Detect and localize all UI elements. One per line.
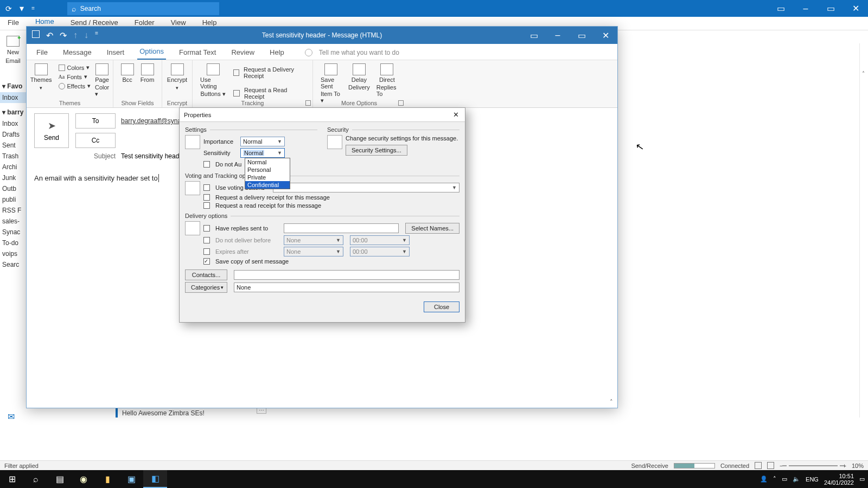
expires-date-select[interactable]: None▼ — [284, 247, 343, 256]
bcc-button[interactable]: Bcc — [118, 62, 137, 84]
main-close-button[interactable] — [843, 0, 868, 17]
new-email-button[interactable]: + New Email — [0, 30, 26, 79]
refresh-icon[interactable] — [5, 4, 12, 14]
view-normal-icon[interactable] — [755, 462, 762, 469]
no-deliver-date-select[interactable]: None▼ — [284, 235, 343, 245]
direct-replies-button[interactable]: DirectReplies To — [373, 62, 401, 98]
nav-item-sales[interactable]: sales- — [0, 216, 26, 227]
zoom-slider[interactable] — [789, 465, 838, 466]
from-button[interactable]: From — [137, 62, 158, 84]
req-delivery-checkbox[interactable] — [203, 194, 210, 201]
tab-file[interactable]: File — [34, 45, 50, 60]
expires-after-checkbox[interactable] — [203, 248, 210, 255]
nav-item-drafts[interactable]: Drafts — [0, 129, 26, 140]
nav-item-outbox[interactable]: Outb — [0, 183, 26, 194]
message-list-snippet[interactable]: Hello Awesome Zimbra SEs! ⋯ — [116, 409, 205, 417]
ribbon-display-icon[interactable]: ▭ — [768, 0, 793, 17]
tracking-launcher-icon[interactable] — [305, 100, 311, 106]
start-button[interactable]: ⊞ — [0, 470, 24, 488]
themes-fonts[interactable]: AaFonts ▾ — [58, 73, 92, 81]
nav-item-inbox-fav[interactable]: Inbox — [0, 92, 26, 103]
taskbar-search-icon[interactable]: ⌕ — [24, 470, 48, 488]
compose-close-button[interactable] — [593, 27, 617, 44]
qat-equals-icon[interactable]: = — [31, 5, 35, 11]
qat-customize-icon[interactable]: = — [95, 30, 98, 41]
properties-titlebar[interactable]: Properties ✕ — [180, 108, 465, 122]
tray-notifications-icon[interactable]: ▭ — [859, 476, 865, 483]
nav-item-archive[interactable]: Archi — [0, 162, 26, 172]
compose-minimize-button[interactable] — [546, 27, 570, 44]
properties-close-icon[interactable]: ✕ — [451, 110, 461, 120]
compose-titlebar[interactable]: = Test sensitivity header - Message (HTM… — [27, 27, 617, 44]
themes-effects[interactable]: Effects ▾ — [58, 82, 92, 90]
nav-item-junk[interactable]: Junk — [0, 172, 26, 183]
sensitivity-option-confidential[interactable]: Confidential — [245, 181, 290, 189]
save-icon[interactable] — [32, 30, 40, 38]
tab-help[interactable]: Help — [267, 45, 286, 60]
ribbon-collapse-icon[interactable]: ˄ — [610, 399, 613, 406]
view-reading-icon[interactable] — [767, 462, 774, 469]
nav-item-voips[interactable]: voips — [0, 248, 26, 259]
explorer-icon[interactable]: ▮ — [95, 470, 119, 488]
request-delivery-receipt[interactable]: Request a Delivery Receipt — [232, 66, 308, 80]
save-sent-item-button[interactable]: Save SentItem To ▾ — [317, 62, 345, 105]
nav-item-sent[interactable]: Sent — [0, 140, 26, 151]
nav-item-public[interactable]: publi — [0, 194, 26, 205]
app-icon[interactable]: ▣ — [119, 470, 143, 488]
compose-maximize-button[interactable] — [570, 27, 593, 44]
tab-review[interactable]: Review — [229, 45, 257, 60]
nav-item-trash[interactable]: Trash — [0, 151, 26, 162]
categories-value[interactable]: None — [234, 282, 459, 292]
tab-options[interactable]: Options — [137, 44, 166, 60]
categories-button[interactable]: Categories▼ — [185, 282, 227, 293]
close-button[interactable]: Close — [424, 301, 459, 312]
tell-me-box[interactable]: Tell me what you want to do — [305, 46, 401, 60]
contacts-input[interactable] — [234, 270, 459, 280]
tray-chevron-icon[interactable]: ˄ — [773, 476, 776, 483]
tray-volume-icon[interactable]: 🔈 — [793, 476, 800, 483]
nav-item-search[interactable]: Searc — [0, 259, 26, 270]
sensitivity-option-personal[interactable]: Personal — [245, 166, 290, 174]
outlook-taskbar-icon[interactable]: ◧ — [143, 470, 167, 488]
compose-ribbon-display-icon[interactable]: ▭ — [522, 27, 546, 44]
cc-button[interactable]: Cc — [75, 133, 116, 148]
contacts-button[interactable]: Contacts... — [185, 269, 227, 280]
req-read-checkbox[interactable] — [203, 202, 210, 209]
importance-select[interactable]: Normal▼ — [240, 137, 285, 146]
security-settings-button[interactable]: Security Settings... — [346, 145, 407, 156]
nav-item-synac[interactable]: Synac — [0, 227, 26, 237]
tray-language[interactable]: ENG — [806, 476, 819, 483]
main-minimize-button[interactable] — [793, 0, 818, 17]
tab-message[interactable]: Message — [61, 45, 94, 60]
nav-item-todo[interactable]: To-do — [0, 237, 26, 248]
no-deliver-time-select[interactable]: 00:00▼ — [350, 235, 410, 245]
task-view-icon[interactable]: ▤ — [48, 470, 72, 488]
encrypt-button[interactable]: Encrypt — [164, 62, 190, 92]
subject-field[interactable]: Test sensitivity header — [121, 152, 185, 160]
select-names-button[interactable]: Select Names... — [405, 223, 459, 234]
expires-time-select[interactable]: 00:00▼ — [350, 247, 410, 256]
no-deliver-before-checkbox[interactable] — [203, 237, 210, 243]
reading-pane-collapse-icon[interactable]: ˄ — [862, 70, 865, 76]
search-box[interactable]: Search — [67, 2, 219, 15]
themes-colors[interactable]: Colors ▾ — [58, 63, 92, 72]
tray-clock[interactable]: 10:51 24/01/2022 — [824, 473, 854, 486]
send-button[interactable]: ➤ Send — [34, 113, 69, 148]
chrome-icon[interactable]: ◉ — [72, 470, 95, 488]
more-options-launcher-icon[interactable] — [398, 100, 404, 106]
save-copy-checkbox[interactable] — [203, 258, 210, 265]
do-not-autoarchive-checkbox[interactable] — [203, 161, 210, 168]
delay-delivery-button[interactable]: DelayDelivery — [345, 62, 373, 92]
redo-icon[interactable] — [60, 30, 67, 41]
use-voting-checkbox[interactable] — [203, 184, 210, 191]
mail-module-icon[interactable]: ✉ — [8, 412, 15, 422]
main-maximize-button[interactable] — [818, 0, 843, 17]
sensitivity-select[interactable]: Normal▼ — [240, 148, 285, 158]
nav-item-rss[interactable]: RSS F — [0, 205, 26, 216]
undo-icon[interactable] — [46, 30, 53, 41]
voting-buttons-button[interactable]: Use VotingButtons ▾ — [197, 62, 229, 99]
tray-monitor-icon[interactable]: ▭ — [782, 476, 787, 483]
request-read-receipt[interactable]: Request a Read Receipt — [232, 86, 308, 100]
tab-formattext[interactable]: Format Text — [177, 45, 218, 60]
sensitivity-option-private[interactable]: Private — [245, 174, 290, 181]
